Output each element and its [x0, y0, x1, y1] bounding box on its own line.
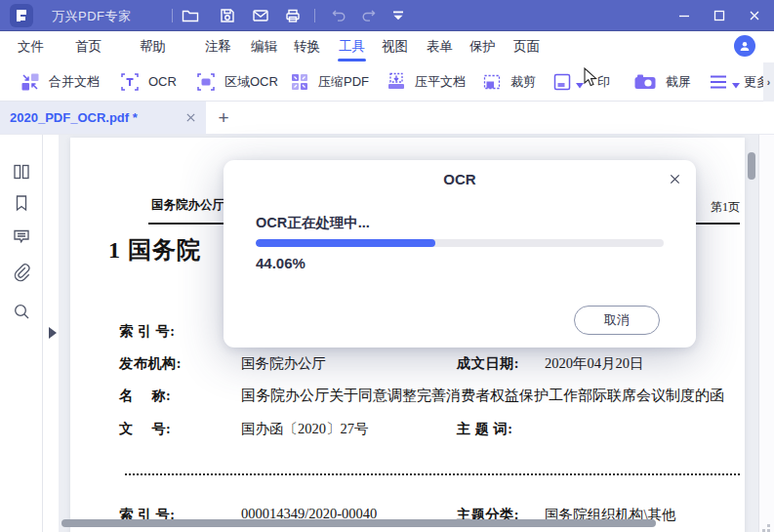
doc-field-value: 国办函〔2020〕27号 [241, 420, 369, 438]
print-button[interactable] [283, 6, 303, 25]
sidebar-bookmarks-button[interactable] [11, 192, 32, 214]
doc-info-row: 发布机构: 国务院办公厅 成文日期: 2020年04月20日 [70, 354, 745, 374]
toolbar-item-label: 压平文档 [415, 73, 466, 91]
toolbar-item-crop[interactable]: 裁剪 [481, 62, 536, 101]
ocr-icon [119, 71, 141, 93]
tab-active-document[interactable]: 2020_PDF_OCR.pdf * [0, 102, 206, 134]
open-file-button[interactable] [181, 6, 200, 25]
toolbar-overflow-expander[interactable]: › [763, 62, 774, 102]
ocr-progress-dialog: OCR OCR正在处理中... 44.06% 取消 [224, 160, 696, 348]
toolbar-item-merge-documents[interactable]: 合并文档 [20, 62, 100, 101]
toolbar-item-ocr[interactable]: OCR [119, 62, 177, 101]
cancel-button[interactable]: 取消 [574, 306, 660, 335]
mouse-cursor [583, 67, 600, 87]
close-icon [669, 173, 681, 185]
toolbar-item-compress-pdf[interactable]: 压缩PDF [289, 62, 369, 101]
print-icon [283, 6, 303, 25]
undo-icon [329, 6, 348, 25]
doc-field-label: 发布机构: [119, 354, 182, 373]
menu-comment[interactable]: 注释 [205, 31, 231, 62]
toolbar-item-more[interactable]: 更多 [708, 62, 769, 101]
merge-documents-icon [20, 71, 41, 93]
doc-info-row: 文 号: 国办函〔2020〕27号 主 题 词: [70, 420, 745, 439]
toolbar-item-label: 压缩PDF [318, 73, 369, 91]
close-icon [748, 9, 761, 22]
doc-field-label: 成文日期: [457, 354, 519, 373]
doc-field-label: 文 号: [119, 420, 171, 438]
doc-heading: 1 国务院 [108, 234, 201, 266]
undo-button[interactable] [329, 6, 348, 25]
comments-icon [12, 226, 31, 246]
app-title: 万兴PDF专家 [52, 8, 132, 25]
progress-bar-track [256, 239, 664, 247]
maximize-button[interactable] [707, 4, 732, 27]
document-tab-bar: 2020_PDF_OCR.pdf * + [0, 102, 774, 135]
page-thumbnails-icon [12, 162, 31, 182]
chevron-down-icon[interactable] [732, 83, 740, 89]
vertical-scrollbar-thumb[interactable] [748, 152, 755, 180]
menu-file[interactable]: 文件 [18, 31, 44, 62]
minimize-button[interactable] [672, 4, 697, 27]
sidebar-comments-button[interactable] [11, 225, 32, 247]
menu-home[interactable]: 首页 [75, 31, 102, 62]
menu-bar: 文件 首页 帮助 注释 编辑 转换 工具 视图 表单 保护 页面 [0, 31, 774, 62]
collapse-toolbar-button[interactable] [388, 6, 408, 25]
ocr-status-text: OCR正在处理中... [256, 214, 370, 232]
menu-page[interactable]: 页面 [513, 31, 540, 62]
doc-field-label: 主 题 词: [457, 420, 512, 438]
collapse-toolbar-icon [388, 6, 408, 25]
toolbar-item-watermark[interactable]: 印 [551, 62, 610, 101]
account-avatar-button[interactable] [734, 35, 755, 57]
titlebar-separator [172, 9, 173, 22]
dialog-close-button[interactable] [666, 170, 683, 187]
email-button[interactable] [251, 6, 270, 25]
toolbar-item-label: 区域OCR [224, 73, 278, 91]
more-menu-icon [708, 71, 729, 93]
area-ocr-icon [195, 71, 217, 93]
tab-title: 2020_PDF_OCR.pdf * [10, 110, 138, 125]
toolbar-item-label: OCR [148, 74, 177, 89]
maximize-icon [713, 9, 726, 22]
doc-field-value: 2020年04月20日 [545, 354, 644, 373]
menu-form[interactable]: 表单 [427, 31, 453, 62]
screenshot-icon [632, 71, 658, 93]
doc-field-label: 名 称: [119, 387, 171, 405]
bookmarks-icon [12, 193, 31, 213]
doc-field-label: 索 引 号: [119, 322, 175, 341]
save-button[interactable] [218, 6, 237, 25]
sidebar-gutter [43, 135, 59, 532]
panel-expander-arrow[interactable] [49, 327, 57, 339]
close-window-button[interactable] [742, 4, 767, 27]
toolbar-item-label: 合并文档 [49, 73, 100, 91]
title-bar: 万兴PDF专家 [0, 0, 774, 31]
doc-field-value: 国务院办公厅 [241, 354, 326, 373]
toolbar-item-area-ocr[interactable]: 区域OCR [195, 62, 278, 101]
menu-tools[interactable]: 工具 [339, 31, 365, 62]
menu-help[interactable]: 帮助 [140, 31, 166, 62]
toolbar-item-flatten-document[interactable]: 压平文档 [386, 62, 466, 101]
doc-dotted-divider [125, 473, 740, 475]
toolbar-item-screenshot[interactable]: 截屏 [632, 62, 691, 101]
sidebar-attachments-button[interactable] [11, 262, 32, 283]
sidebar-search-button[interactable] [11, 301, 32, 322]
resize-grip[interactable] [767, 524, 770, 527]
menu-edit[interactable]: 编辑 [251, 31, 277, 62]
menu-convert[interactable]: 转换 [294, 31, 320, 62]
new-tab-button[interactable]: + [209, 102, 238, 134]
redo-button[interactable] [359, 6, 379, 25]
progress-bar-fill [256, 239, 435, 247]
app-logo [10, 4, 33, 27]
sidebar-thumbnails-button[interactable] [11, 161, 32, 183]
doc-info-row: 名 称: 国务院办公厅关于同意调整完善消费者权益保护工作部际联席会议制度的函 [70, 387, 745, 406]
menu-view[interactable]: 视图 [382, 31, 408, 62]
progress-percent-label: 44.06% [256, 255, 306, 271]
right-panel-strip [758, 135, 774, 532]
toolbar-item-label: 截屏 [666, 73, 691, 91]
toolbar-item-label: 裁剪 [510, 73, 536, 91]
tab-close-button[interactable] [185, 112, 196, 123]
horizontal-scrollbar-thumb[interactable] [61, 519, 656, 527]
email-icon [251, 6, 270, 25]
tools-toolbar: 合并文档 OCR 区域OCR 压缩PDF 压平文档 裁剪 印 [0, 62, 774, 102]
flatten-document-icon [386, 71, 407, 93]
menu-protect[interactable]: 保护 [469, 31, 496, 62]
